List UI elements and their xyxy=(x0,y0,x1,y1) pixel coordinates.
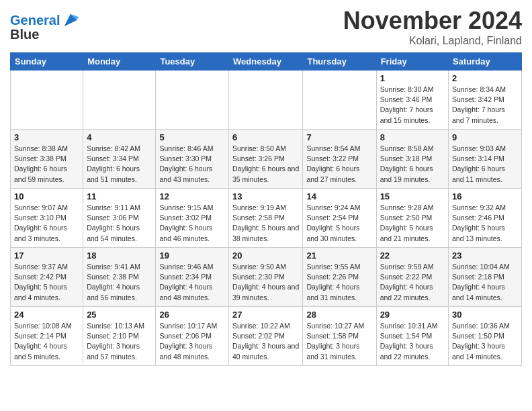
day-detail: Sunrise: 8:42 AMSunset: 3:34 PMDaylight:… xyxy=(87,144,140,183)
day-number: 28 xyxy=(306,310,372,320)
calendar-cell xyxy=(229,71,303,130)
day-detail: Sunrise: 9:28 AMSunset: 2:50 PMDaylight:… xyxy=(380,203,434,242)
calendar-cell xyxy=(303,71,376,130)
calendar-cell: 4 Sunrise: 8:42 AMSunset: 3:34 PMDayligh… xyxy=(83,130,156,189)
month-title: November 2024 xyxy=(343,7,522,35)
day-detail: Sunrise: 8:54 AMSunset: 3:22 PMDaylight:… xyxy=(306,144,360,183)
day-detail: Sunrise: 10:27 AMSunset: 1:58 PMDaylight… xyxy=(306,322,364,361)
title-block: November 2024 Kolari, Lapland, Finland xyxy=(343,7,522,47)
calendar-cell xyxy=(11,71,83,130)
calendar-cell: 3 Sunrise: 8:38 AMSunset: 3:38 PMDayligh… xyxy=(11,130,83,189)
day-detail: Sunrise: 8:46 AMSunset: 3:30 PMDaylight:… xyxy=(159,144,213,183)
calendar-cell: 22 Sunrise: 9:59 AMSunset: 2:22 PMDaylig… xyxy=(376,248,448,307)
calendar-cell: 11 Sunrise: 9:11 AMSunset: 3:06 PMDaylig… xyxy=(83,189,156,248)
day-number: 20 xyxy=(232,250,299,261)
logo: General Blue xyxy=(10,11,80,42)
day-detail: Sunrise: 9:32 AMSunset: 2:46 PMDaylight:… xyxy=(452,203,506,242)
calendar-cell: 5 Sunrise: 8:46 AMSunset: 3:30 PMDayligh… xyxy=(156,130,229,189)
calendar-week-row: 10 Sunrise: 9:07 AMSunset: 3:10 PMDaylig… xyxy=(11,189,522,248)
logo-icon xyxy=(61,11,80,30)
day-number: 30 xyxy=(452,310,518,320)
logo-line1: General xyxy=(10,13,60,28)
calendar-cell: 30 Sunrise: 10:36 AMSunset: 1:50 PMDayli… xyxy=(449,307,522,366)
calendar-cell: 28 Sunrise: 10:27 AMSunset: 1:58 PMDayli… xyxy=(303,307,376,366)
day-number: 25 xyxy=(87,310,152,320)
calendar-cell: 25 Sunrise: 10:13 AMSunset: 2:10 PMDayli… xyxy=(83,307,156,366)
day-detail: Sunrise: 9:03 AMSunset: 3:14 PMDaylight:… xyxy=(452,144,506,183)
day-detail: Sunrise: 9:50 AMSunset: 2:30 PMDaylight:… xyxy=(232,263,299,302)
day-detail: Sunrise: 9:07 AMSunset: 3:10 PMDaylight:… xyxy=(14,203,68,242)
day-detail: Sunrise: 8:34 AMSunset: 3:42 PMDaylight:… xyxy=(452,85,506,124)
calendar-cell: 12 Sunrise: 9:15 AMSunset: 3:02 PMDaylig… xyxy=(156,189,229,248)
day-number: 18 xyxy=(87,250,152,261)
calendar-week-row: 3 Sunrise: 8:38 AMSunset: 3:38 PMDayligh… xyxy=(11,130,522,189)
weekday-header-sunday: Sunday xyxy=(11,53,83,71)
day-number: 26 xyxy=(159,310,225,320)
day-number: 21 xyxy=(306,250,372,261)
day-detail: Sunrise: 10:22 AMSunset: 2:02 PMDaylight… xyxy=(232,322,299,361)
day-detail: Sunrise: 9:11 AMSunset: 3:06 PMDaylight:… xyxy=(87,203,140,242)
day-number: 22 xyxy=(380,250,445,261)
day-detail: Sunrise: 9:46 AMSunset: 2:34 PMDaylight:… xyxy=(159,263,213,302)
day-detail: Sunrise: 9:19 AMSunset: 2:58 PMDaylight:… xyxy=(232,203,299,242)
day-number: 10 xyxy=(14,191,79,201)
weekday-header-monday: Monday xyxy=(83,53,156,71)
day-number: 14 xyxy=(306,191,372,201)
day-number: 17 xyxy=(14,250,79,261)
calendar-week-row: 24 Sunrise: 10:08 AMSunset: 2:14 PMDayli… xyxy=(11,307,522,366)
day-number: 24 xyxy=(14,310,79,320)
day-number: 3 xyxy=(14,132,79,142)
calendar-cell: 10 Sunrise: 9:07 AMSunset: 3:10 PMDaylig… xyxy=(11,189,83,248)
day-detail: Sunrise: 8:30 AMSunset: 3:46 PMDaylight:… xyxy=(380,85,434,124)
day-number: 7 xyxy=(306,132,372,142)
weekday-header-thursday: Thursday xyxy=(303,53,376,71)
location-title: Kolari, Lapland, Finland xyxy=(343,35,522,47)
weekday-header-row: SundayMondayTuesdayWednesdayThursdayFrid… xyxy=(11,53,522,71)
day-detail: Sunrise: 10:04 AMSunset: 2:18 PMDaylight… xyxy=(452,263,510,302)
calendar-table: SundayMondayTuesdayWednesdayThursdayFrid… xyxy=(10,52,522,366)
calendar-cell: 7 Sunrise: 8:54 AMSunset: 3:22 PMDayligh… xyxy=(303,130,376,189)
day-detail: Sunrise: 10:17 AMSunset: 2:06 PMDaylight… xyxy=(159,322,217,361)
day-number: 27 xyxy=(232,310,299,320)
weekday-header-saturday: Saturday xyxy=(449,53,522,71)
day-number: 15 xyxy=(380,191,445,201)
day-number: 5 xyxy=(159,132,225,142)
day-number: 4 xyxy=(87,132,152,142)
day-detail: Sunrise: 8:50 AMSunset: 3:26 PMDaylight:… xyxy=(232,144,299,183)
day-number: 9 xyxy=(452,132,518,142)
calendar-cell xyxy=(83,71,156,130)
day-number: 16 xyxy=(452,191,518,201)
day-detail: Sunrise: 10:13 AMSunset: 2:10 PMDaylight… xyxy=(87,322,144,361)
calendar-cell: 15 Sunrise: 9:28 AMSunset: 2:50 PMDaylig… xyxy=(376,189,448,248)
calendar-cell: 20 Sunrise: 9:50 AMSunset: 2:30 PMDaylig… xyxy=(229,248,303,307)
calendar-cell: 19 Sunrise: 9:46 AMSunset: 2:34 PMDaylig… xyxy=(156,248,229,307)
day-detail: Sunrise: 9:41 AMSunset: 2:38 PMDaylight:… xyxy=(87,263,140,302)
day-detail: Sunrise: 9:55 AMSunset: 2:26 PMDaylight:… xyxy=(306,263,360,302)
day-detail: Sunrise: 9:24 AMSunset: 2:54 PMDaylight:… xyxy=(306,203,360,242)
weekday-header-tuesday: Tuesday xyxy=(156,53,229,71)
calendar-cell: 16 Sunrise: 9:32 AMSunset: 2:46 PMDaylig… xyxy=(449,189,522,248)
day-number: 13 xyxy=(232,191,299,201)
calendar-cell: 1 Sunrise: 8:30 AMSunset: 3:46 PMDayligh… xyxy=(376,71,448,130)
day-detail: Sunrise: 10:31 AMSunset: 1:54 PMDaylight… xyxy=(380,322,438,361)
day-number: 29 xyxy=(380,310,445,320)
calendar-cell xyxy=(156,71,229,130)
calendar-week-row: 17 Sunrise: 9:37 AMSunset: 2:42 PMDaylig… xyxy=(11,248,522,307)
day-detail: Sunrise: 10:36 AMSunset: 1:50 PMDaylight… xyxy=(452,322,510,361)
day-number: 2 xyxy=(452,73,518,83)
day-detail: Sunrise: 8:38 AMSunset: 3:38 PMDaylight:… xyxy=(14,144,68,183)
page-header: General Blue November 2024 Kolari, Lapla… xyxy=(10,7,522,47)
day-number: 11 xyxy=(87,191,152,201)
day-detail: Sunrise: 9:15 AMSunset: 3:02 PMDaylight:… xyxy=(159,203,213,242)
weekday-header-friday: Friday xyxy=(376,53,448,71)
day-number: 8 xyxy=(380,132,445,142)
day-number: 1 xyxy=(380,73,445,83)
day-detail: Sunrise: 9:59 AMSunset: 2:22 PMDaylight:… xyxy=(380,263,434,302)
calendar-cell: 27 Sunrise: 10:22 AMSunset: 2:02 PMDayli… xyxy=(229,307,303,366)
calendar-cell: 6 Sunrise: 8:50 AMSunset: 3:26 PMDayligh… xyxy=(229,130,303,189)
calendar-cell: 21 Sunrise: 9:55 AMSunset: 2:26 PMDaylig… xyxy=(303,248,376,307)
calendar-cell: 23 Sunrise: 10:04 AMSunset: 2:18 PMDayli… xyxy=(449,248,522,307)
day-number: 23 xyxy=(452,250,518,261)
calendar-cell: 17 Sunrise: 9:37 AMSunset: 2:42 PMDaylig… xyxy=(11,248,83,307)
day-detail: Sunrise: 9:37 AMSunset: 2:42 PMDaylight:… xyxy=(14,263,68,302)
